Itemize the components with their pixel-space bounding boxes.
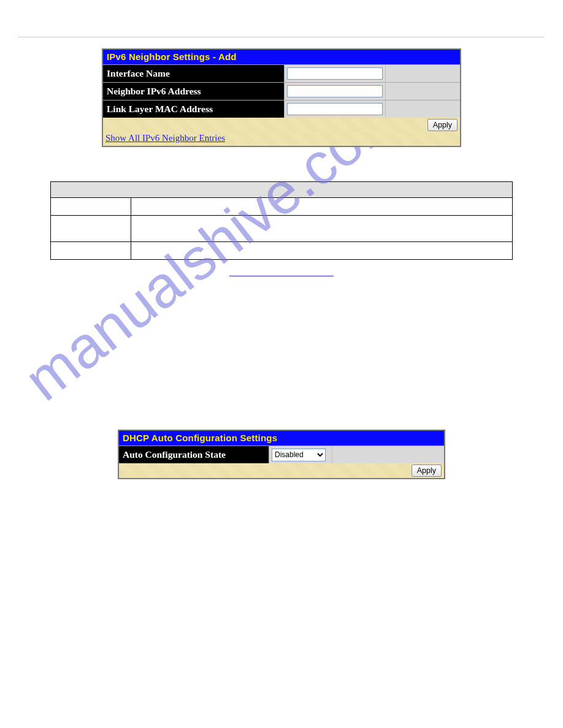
table-r2c1 — [51, 216, 131, 242]
dhcp-auto-config-panel: DHCP Auto Configuration Settings Auto Co… — [118, 430, 445, 479]
ipv6-neighbor-add-panel: IPv6 Neighbor Settings - Add Interface N… — [102, 48, 461, 147]
label-interface-name: Interface Name — [103, 65, 284, 82]
table-r1c1 — [51, 198, 131, 216]
table-header — [51, 182, 513, 198]
label-auto-config-state: Auto Configuration State — [119, 446, 269, 463]
panel2-apply-button[interactable]: Apply — [412, 464, 442, 477]
field-interface-name — [284, 65, 385, 82]
input-neighbor-ipv6[interactable] — [287, 85, 383, 97]
input-interface-name[interactable] — [287, 67, 383, 80]
panel1-link-row: Show All IPv6 Neighbor Entries — [103, 132, 460, 146]
parameter-table — [50, 181, 513, 260]
field-link-mac — [284, 100, 385, 118]
table-r3c1 — [51, 242, 131, 260]
table-r3c2 — [131, 242, 513, 260]
panel1-apply-row: Apply — [103, 118, 460, 132]
select-auto-config-state[interactable]: Disabled — [272, 449, 326, 461]
label-link-mac: Link Layer MAC Address — [103, 100, 284, 118]
panel1-apply-button[interactable]: Apply — [427, 119, 458, 131]
label-neighbor-ipv6: Neighbor IPv6 Address — [103, 83, 284, 100]
field-neighbor-ipv6 — [284, 83, 385, 100]
table-r2c2 — [131, 216, 513, 242]
input-link-mac[interactable] — [287, 103, 383, 115]
field-auto-config-state: Disabled — [269, 446, 332, 463]
panel2-apply-row: Apply — [119, 463, 444, 478]
table-r1c2 — [131, 198, 513, 216]
row-link-mac: Link Layer MAC Address — [103, 100, 460, 118]
row-auto-config-state: Auto Configuration State Disabled — [119, 446, 444, 463]
top-rule — [18, 37, 545, 37]
row-interface-name: Interface Name — [103, 64, 460, 82]
panel1-title: IPv6 Neighbor Settings - Add — [103, 50, 460, 64]
row-neighbor-ipv6: Neighbor IPv6 Address — [103, 82, 460, 100]
panel2-title: DHCP Auto Configuration Settings — [119, 431, 444, 446]
show-all-ipv6-neighbor-link[interactable]: Show All IPv6 Neighbor Entries — [105, 133, 225, 143]
